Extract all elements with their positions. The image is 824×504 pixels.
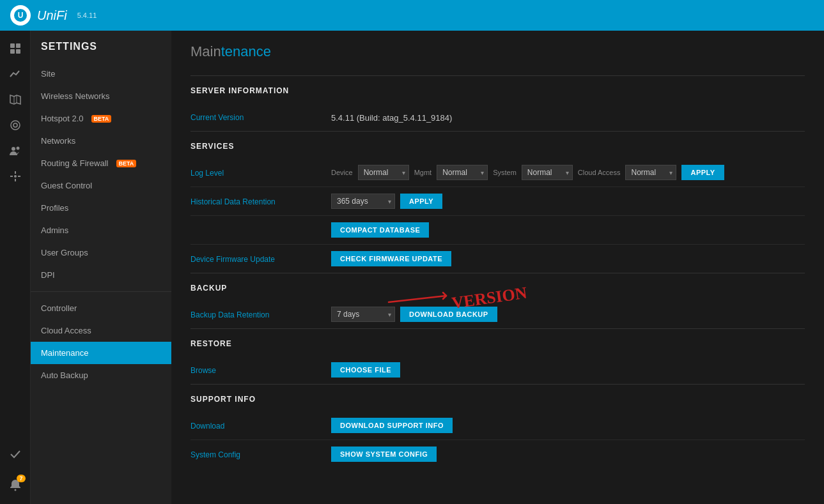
system-config-controls: SHOW SYSTEM CONFIG [331, 447, 437, 462]
settings-title: SETTINGS [31, 41, 171, 63]
sidebar-item-networks[interactable]: Networks [31, 130, 171, 152]
firmware-update-row: Device Firmware Update CHECK FIRMWARE UP… [190, 245, 805, 273]
browse-row: Browse CHOOSE FILE [190, 356, 805, 384]
svg-rect-2 [10, 43, 15, 48]
settings-sidebar: SETTINGS Site Wireless Networks Hotspot … [31, 31, 171, 504]
services-header: SERVICES [190, 132, 805, 158]
current-version-label: Current Version [190, 109, 331, 122]
sidebar-item-admins[interactable]: Admins [31, 219, 171, 241]
dashboard-nav-icon[interactable] [4, 37, 27, 60]
historical-retention-row: Historical Data Retention 365 days 180 d… [190, 187, 805, 216]
check-nav-icon[interactable] [4, 443, 27, 466]
support-info-header: SUPPORT INFO [190, 385, 805, 411]
choose-file-button[interactable]: CHOOSE FILE [331, 362, 400, 378]
sidebar-divider [31, 291, 171, 292]
sidebar-item-cloud-access[interactable]: Cloud Access [31, 319, 171, 342]
download-backup-button[interactable]: DOWNLOAD BACKUP [400, 307, 497, 322]
compact-database-button[interactable]: COMPACT DATABASE [331, 222, 429, 238]
alerts-nav-icon[interactable] [4, 165, 27, 188]
brand-name: UniFi [37, 8, 67, 23]
cloud-access-dropdown-label: Cloud Access [578, 169, 621, 176]
svg-rect-5 [16, 49, 20, 54]
sidebar-item-wireless-networks[interactable]: Wireless Networks [31, 85, 171, 107]
system-config-row: System Config SHOW SYSTEM CONFIG [190, 440, 805, 468]
backup-retention-select[interactable]: 7 days 30 days 60 days 90 days [331, 307, 395, 322]
system-dropdown-label: System [493, 169, 517, 176]
sidebar-label-admins: Admins [41, 225, 68, 235]
sidebar-item-controller[interactable]: Controller [31, 297, 171, 319]
mgmt-select-wrapper: Normal Debug Verbose [437, 165, 488, 180]
sidebar-label-routing: Routing & Firewall [41, 158, 109, 168]
firmware-update-controls: CHECK FIRMWARE UPDATE [331, 251, 451, 266]
backup-retention-row: Backup Data Retention 7 days 30 days 60 … [190, 300, 805, 328]
support-info-section: SUPPORT INFO Download DOWNLOAD SUPPORT I… [190, 384, 805, 468]
download-support-info-button[interactable]: DOWNLOAD SUPPORT INFO [331, 418, 453, 433]
sidebar-label-cloud-access: Cloud Access [41, 326, 91, 335]
restore-section: RESTORE Browse CHOOSE FILE [190, 328, 805, 384]
compact-db-row: COMPACT DATABASE [190, 216, 805, 245]
download-support-row: Download DOWNLOAD SUPPORT INFO [190, 411, 805, 440]
check-firmware-button[interactable]: CHECK FIRMWARE UPDATE [331, 251, 451, 266]
current-version-value: 5.4.11 (Build: atag_5.4.11_9184) [331, 109, 452, 123]
backup-section: BACKUP VERSION Backup Data Retention 7 d… [190, 273, 805, 328]
stats-nav-icon[interactable] [4, 63, 27, 86]
mgmt-dropdown-label: Mgmt [414, 169, 432, 176]
mgmt-log-select[interactable]: Normal Debug Verbose [437, 165, 488, 180]
svg-point-11 [12, 147, 15, 151]
sidebar-label-maintenance: Maintenance [41, 348, 88, 358]
system-config-label: System Config [190, 447, 331, 459]
clients-nav-icon[interactable] [4, 139, 27, 162]
topbar: U UniFi 5.4.11 [0, 0, 824, 31]
current-version-row: Current Version 5.4.11 (Build: atag_5.4.… [190, 103, 805, 131]
compact-db-label [190, 222, 331, 226]
svg-point-10 [13, 123, 17, 127]
show-system-config-button[interactable]: SHOW SYSTEM CONFIG [331, 447, 437, 462]
historical-retention-controls: 365 days 180 days 90 days 30 days 7 days… [331, 194, 442, 209]
compact-db-controls: COMPACT DATABASE [331, 222, 429, 238]
svg-text:U: U [18, 11, 24, 20]
device-dropdown-label: Device [331, 169, 353, 176]
sidebar-label-user-groups: User Groups [41, 248, 88, 257]
restore-header: RESTORE [190, 329, 805, 356]
services-section: SERVICES Log Level Device Normal Debug V… [190, 131, 805, 273]
sidebar-label-site: Site [41, 69, 55, 79]
svg-rect-3 [16, 43, 20, 48]
map-nav-icon[interactable] [4, 88, 27, 111]
log-level-controls: Device Normal Debug Verbose Mgmt Normal … [331, 165, 724, 180]
notifications-nav-icon[interactable]: 7 [4, 473, 27, 496]
sidebar-item-routing[interactable]: Routing & Firewall BETA [31, 152, 171, 174]
sidebar-item-hotspot[interactable]: Hotspot 2.0 BETA [31, 107, 171, 130]
svg-rect-4 [10, 49, 15, 54]
sidebar-item-guest-control[interactable]: Guest Control [31, 174, 171, 197]
device-log-select[interactable]: Normal Debug Verbose [358, 165, 409, 180]
sidebar-item-auto-backup[interactable]: Auto Backup [31, 364, 171, 386]
system-log-select[interactable]: Normal Debug Verbose [522, 165, 573, 180]
page-title-main: tenance [221, 43, 271, 59]
svg-point-9 [11, 121, 20, 130]
retention-select[interactable]: 365 days 180 days 90 days 30 days 7 days [331, 194, 395, 209]
download-support-controls: DOWNLOAD SUPPORT INFO [331, 418, 453, 433]
devices-nav-icon[interactable] [4, 114, 27, 137]
sidebar-item-profiles[interactable]: Profiles [31, 197, 171, 219]
backup-retention-select-wrapper: 7 days 30 days 60 days 90 days [331, 307, 395, 322]
beta-badge-hotspot: BETA [91, 115, 112, 123]
backup-retention-label: Backup Data Retention [190, 307, 331, 319]
main-content: Maintenance SERVER INFORMATION Current V… [171, 31, 824, 504]
svg-point-13 [14, 175, 17, 178]
page-title-prefix: Main [190, 43, 221, 59]
topbar-logo: U UniFi 5.4.11 [10, 5, 97, 26]
system-select-wrapper: Normal Debug Verbose [522, 165, 573, 180]
device-select-wrapper: Normal Debug Verbose [358, 165, 409, 180]
cloud-log-select[interactable]: Normal Debug Verbose [625, 165, 676, 180]
sidebar-label-wireless: Wireless Networks [41, 91, 110, 101]
retention-apply-button[interactable]: APPLY [400, 194, 442, 209]
svg-point-18 [14, 489, 16, 491]
log-level-apply-button[interactable]: APPLY [681, 165, 724, 180]
sidebar-label-networks: Networks [41, 136, 75, 146]
sidebar-item-user-groups[interactable]: User Groups [31, 241, 171, 264]
sidebar-item-site[interactable]: Site [31, 63, 171, 85]
ubnt-logo: U [10, 5, 31, 26]
sidebar-item-dpi[interactable]: DPI [31, 264, 171, 286]
browse-controls: CHOOSE FILE [331, 362, 400, 378]
sidebar-item-maintenance[interactable]: Maintenance [31, 342, 171, 364]
